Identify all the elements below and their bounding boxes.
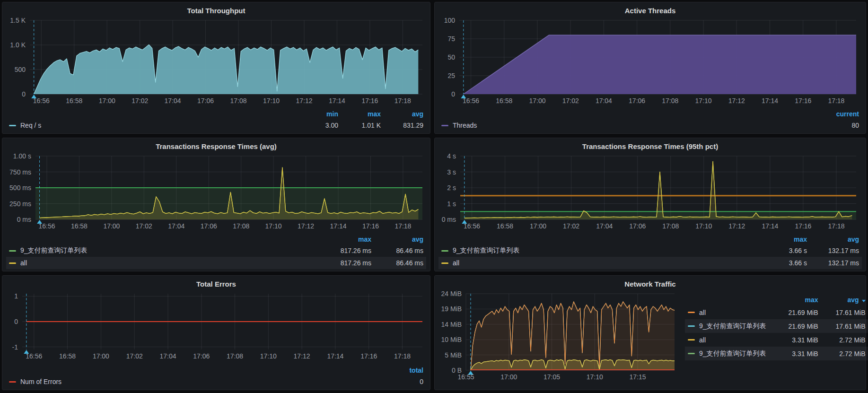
legend-row: 9_支付前查询订单列表817.26 ms86.46 ms <box>6 245 426 257</box>
series-fill-tx_all <box>471 360 675 370</box>
annotation-marker[interactable] <box>461 95 466 98</box>
series-color-icon[interactable] <box>9 381 16 383</box>
panel-title-total-errors[interactable]: Total Errors <box>6 279 426 290</box>
legend-sort-max[interactable]: max <box>338 110 381 118</box>
annotation-marker[interactable] <box>468 371 473 375</box>
legend-series-label[interactable]: Num of Errors <box>20 378 61 385</box>
legend-series-label[interactable]: all <box>20 259 27 267</box>
panel-response-times-95pct: Transactions Response Times (95th pct) 1… <box>434 138 866 271</box>
svg-text:17:10: 17:10 <box>263 97 280 105</box>
legend-sort-total[interactable]: total <box>381 367 423 374</box>
annotation-marker[interactable] <box>462 220 467 224</box>
network-traffic-body: 16:5517:0017:0517:1017:150 B5 MiB10 MiB1… <box>438 290 862 388</box>
legend-row: Num of Errors0 <box>6 376 426 388</box>
svg-text:250 ms: 250 ms <box>9 200 31 208</box>
series-color-icon[interactable] <box>688 353 695 354</box>
legend-series-label[interactable]: 9_支付前查询订单列表 <box>20 246 88 255</box>
series-color-icon[interactable] <box>688 325 695 327</box>
svg-text:10 MiB: 10 MiB <box>441 336 462 343</box>
svg-text:17:16: 17:16 <box>360 352 377 360</box>
svg-text:17:05: 17:05 <box>544 373 560 381</box>
panel-response-times-avg: Transactions Response Times (avg) 16:561… <box>2 138 430 271</box>
series-color-icon[interactable] <box>441 262 448 264</box>
legend-series-label[interactable]: 9_支付前查询订单列表 <box>453 246 520 255</box>
panel-title-network-traffic[interactable]: Network Traffic <box>438 279 862 290</box>
total-errors-chart[interactable]: 16:5616:5817:0017:0217:0417:0617:0817:10… <box>6 290 427 362</box>
annotation-marker[interactable] <box>37 220 42 224</box>
svg-text:17:14: 17:14 <box>327 352 343 360</box>
legend-series-label[interactable]: all <box>699 309 706 316</box>
svg-text:17:18: 17:18 <box>395 97 411 105</box>
legend-stat-value: 3.66 s <box>755 259 807 267</box>
svg-text:50: 50 <box>447 53 455 61</box>
legend-series-label[interactable]: Req / s <box>20 122 41 129</box>
svg-text:0: 0 <box>22 90 26 98</box>
series-color-icon[interactable] <box>441 250 448 252</box>
network-traffic-chart[interactable]: 16:5517:0017:0517:1017:150 B5 MiB10 MiB1… <box>438 290 677 383</box>
svg-text:17:06: 17:06 <box>629 97 645 105</box>
legend-stat-value: 1.01 K <box>338 122 381 129</box>
panel-title-active-threads[interactable]: Active Threads <box>438 5 862 17</box>
series-fill-reqs <box>34 45 419 95</box>
active-threads-chart[interactable]: 16:5616:5817:0017:0217:0417:0617:0817:10… <box>438 17 863 106</box>
svg-text:16:58: 16:58 <box>497 222 513 230</box>
svg-text:19 MiB: 19 MiB <box>441 305 462 313</box>
svg-text:17:04: 17:04 <box>159 352 176 360</box>
svg-text:17:08: 17:08 <box>230 97 246 105</box>
legend-sort-avg[interactable]: avg <box>381 110 423 118</box>
total-throughput-chart[interactable]: 16:5616:5817:0017:0217:0417:0617:0817:10… <box>6 17 427 106</box>
series-color-icon[interactable] <box>9 262 16 264</box>
legend-stat-value: 3.31 MiB <box>771 336 818 344</box>
annotation-marker[interactable] <box>31 95 36 98</box>
legend-header: maxavg <box>438 234 862 245</box>
svg-text:17:12: 17:12 <box>728 97 745 105</box>
panel-title-response-times-avg[interactable]: Transactions Response Times (avg) <box>6 141 426 152</box>
legend-sort-avg[interactable]: avg <box>818 296 866 304</box>
series-color-icon[interactable] <box>688 312 695 313</box>
svg-text:17:14: 17:14 <box>762 222 778 230</box>
legend-header: total <box>6 365 426 376</box>
legend-sort-avg[interactable]: avg <box>371 236 423 243</box>
svg-text:0 ms: 0 ms <box>442 216 456 223</box>
legend-stat-value: 132.17 ms <box>807 247 859 254</box>
legend-stat-value: 0 <box>381 378 423 385</box>
legend-series-label[interactable]: 9_支付前查询订单列表 <box>699 322 766 331</box>
legend-stat-value: 17.61 MiB <box>818 323 866 330</box>
legend-series-label[interactable]: Threads <box>453 122 477 129</box>
annotation-marker[interactable] <box>24 350 29 354</box>
svg-text:17:00: 17:00 <box>93 352 109 360</box>
legend-sort-min[interactable]: min <box>296 110 338 118</box>
svg-text:17:18: 17:18 <box>828 97 844 105</box>
response-times-95pct-chart[interactable]: 16:5616:5817:0017:0217:0417:0617:0817:10… <box>438 152 863 232</box>
legend-sort-max[interactable]: max <box>319 236 371 243</box>
series-color-icon[interactable] <box>441 125 448 126</box>
legend-header: maxavg <box>685 294 868 306</box>
legend-series-label[interactable]: 9_支付前查询订单列表 <box>699 349 766 358</box>
series-color-icon[interactable] <box>688 339 695 341</box>
svg-text:100: 100 <box>444 17 456 24</box>
svg-text:17:10: 17:10 <box>265 222 282 230</box>
legend-row: all3.66 s132.17 ms <box>438 257 862 269</box>
panel-title-response-times-95pct[interactable]: Transactions Response Times (95th pct) <box>438 141 862 152</box>
legend-stat-value: 817.26 ms <box>319 259 371 267</box>
svg-text:17:02: 17:02 <box>136 222 152 230</box>
legend-sort-max[interactable]: max <box>771 296 818 304</box>
svg-text:17:06: 17:06 <box>197 97 214 105</box>
legend-series-label[interactable]: all <box>699 336 706 344</box>
legend-sort-avg[interactable]: avg <box>807 236 859 243</box>
svg-text:17:14: 17:14 <box>329 97 345 105</box>
series-color-icon[interactable] <box>9 125 16 126</box>
svg-text:17:10: 17:10 <box>695 97 711 105</box>
svg-text:17:12: 17:12 <box>298 222 314 230</box>
legend-row: Req / s3.001.01 K831.29 <box>6 119 426 131</box>
response-times-avg-chart[interactable]: 16:5616:5817:0017:0217:0417:0617:0817:10… <box>6 152 427 232</box>
series-color-icon[interactable] <box>9 250 16 252</box>
legend-sort-max[interactable]: max <box>755 236 807 243</box>
svg-text:17:14: 17:14 <box>762 97 778 105</box>
legend-sort-current[interactable]: current <box>816 110 859 118</box>
svg-text:17:10: 17:10 <box>695 222 712 230</box>
legend-series-label[interactable]: all <box>453 259 459 267</box>
legend-response-times-avg: maxavg9_支付前查询订单列表817.26 ms86.46 msall817… <box>6 234 426 269</box>
svg-text:0 B: 0 B <box>452 367 462 374</box>
panel-title-total-throughput[interactable]: Total Throughput <box>6 5 426 17</box>
